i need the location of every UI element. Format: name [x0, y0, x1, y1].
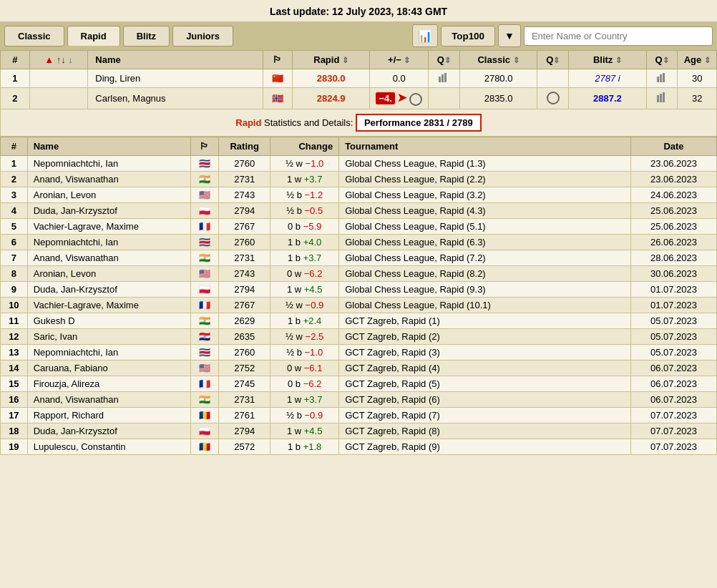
detail-change: −1.0 — [306, 158, 324, 169]
detail-date: 07.07.2023 — [630, 438, 716, 454]
perf-stats-text: Statistics and Details: — [264, 117, 356, 128]
blitz-2: 2887.2 — [569, 88, 647, 109]
filter-icon: ▼ — [504, 30, 514, 41]
detail-rating: 2760 — [219, 344, 270, 360]
svg-rect-0 — [439, 77, 441, 82]
detail-flag: 🇺🇸 — [190, 187, 219, 202]
detail-num: 1 — [1, 155, 28, 171]
detail-date: 01.07.2023 — [630, 281, 716, 297]
detail-date: 01.07.2023 — [630, 297, 716, 313]
detail-tournament: Global Chess League, Rapid (7.2) — [339, 250, 631, 265]
header: Last update: 12 July 2023, 18:43 GMT Cla… — [0, 0, 717, 50]
chart-icon-button[interactable]: 📊 — [412, 24, 438, 47]
details-table: # Name 🏳 Rating Change Tournament Date 1… — [0, 137, 717, 455]
detail-num: 15 — [1, 376, 28, 391]
detail-num: 14 — [1, 360, 28, 376]
detail-tournament: GCT Zagreb, Rapid (3) — [339, 344, 631, 360]
detail-result: 0 w −6.2 — [270, 265, 339, 281]
detail-flag: 🇭🇷 — [190, 328, 219, 344]
svg-rect-1 — [442, 74, 444, 82]
detail-result: 0 b −6.2 — [270, 376, 339, 391]
detail-flag: 🇮🇳 — [190, 171, 219, 187]
detail-name: Anand, Viswanathan — [27, 171, 190, 187]
detail-change: −6.2 — [303, 378, 322, 389]
ranking-row-2: 2 Carlsen, Magnus 🇳🇴 2824.9 −4. ➤ 2835.0… — [1, 88, 717, 109]
blitz-1: 2787 i — [569, 69, 647, 88]
svg-rect-5 — [663, 73, 665, 82]
detail-rating: 2794 — [219, 202, 270, 218]
detail-flag: 🇵🇱 — [190, 423, 219, 438]
detail-name: Caruana, Fabiano — [27, 360, 190, 376]
search-input[interactable] — [524, 26, 713, 46]
detail-tournament: GCT Zagreb, Rapid (5) — [339, 376, 631, 391]
detail-flag: 🇨🇷 — [190, 234, 219, 250]
filter-button[interactable]: ▼ — [498, 24, 521, 47]
svg-rect-4 — [660, 74, 662, 82]
detail-rating: 2760 — [219, 234, 270, 250]
detail-change: −1.0 — [304, 347, 323, 358]
detail-result: 1 b +1.8 — [270, 438, 339, 454]
detail-num: 9 — [1, 281, 28, 297]
detail-result: 1 b +4.0 — [270, 234, 339, 250]
detail-num: 18 — [1, 423, 28, 438]
detail-tournament: Global Chess League, Rapid (2.2) — [339, 171, 631, 187]
chart-mini-blitz-2[interactable] — [657, 92, 667, 102]
detail-date: 23.06.2023 — [630, 155, 716, 171]
detail-row: 3 Aronian, Levon 🇺🇸 2743 ½ b −1.2 Global… — [1, 187, 717, 202]
detail-change: +4.5 — [304, 284, 323, 295]
detail-change: −0.9 — [304, 410, 323, 421]
detail-row: 2 Anand, Viswanathan 🇮🇳 2731 1 w +3.7 Gl… — [1, 171, 717, 187]
detail-name: Rapport, Richard — [27, 407, 190, 423]
detail-name: Aronian, Levon — [27, 265, 190, 281]
detail-result: ½ b −0.5 — [270, 202, 339, 218]
detail-date: 23.06.2023 — [630, 171, 716, 187]
detail-row: 14 Caruana, Fabiano 🇺🇸 2752 0 w −6.1 GCT… — [1, 360, 717, 376]
detail-row: 11 Gukesh D 🇮🇳 2629 1 b +2.4 GCT Zagreb,… — [1, 313, 717, 328]
detail-change: −5.9 — [303, 221, 322, 232]
tab-rapid[interactable]: Rapid — [67, 26, 120, 46]
detail-num: 17 — [1, 407, 28, 423]
detail-date: 28.06.2023 — [630, 250, 716, 265]
tab-juniors[interactable]: Juniors — [172, 26, 233, 46]
detail-rating: 2761 — [219, 407, 270, 423]
detail-rating: 2629 — [219, 313, 270, 328]
detail-rating: 2752 — [219, 360, 270, 376]
detail-result: 1 w +4.5 — [270, 281, 339, 297]
detail-row: 18 Duda, Jan-Krzysztof 🇵🇱 2794 1 w +4.5 … — [1, 423, 717, 438]
detail-num: 2 — [1, 171, 28, 187]
detail-rating: 2731 — [219, 171, 270, 187]
flag-2: 🇳🇴 — [263, 88, 292, 109]
detail-num: 8 — [1, 265, 28, 281]
detail-tournament: Global Chess League, Rapid (6.3) — [339, 234, 631, 250]
detail-flag: 🇮🇳 — [190, 250, 219, 265]
detail-date: 05.07.2023 — [630, 328, 716, 344]
detail-row: 5 Vachier-Lagrave, Maxime 🇫🇷 2767 0 b −5… — [1, 218, 717, 234]
detail-row: 8 Aronian, Levon 🇺🇸 2743 0 w −6.2 Global… — [1, 265, 717, 281]
detail-flag: 🇵🇱 — [190, 202, 219, 218]
perf-label: Rapid — [235, 117, 261, 128]
chart-mini-blitz-1[interactable] — [657, 72, 667, 82]
detail-name: Duda, Jan-Krzysztof — [27, 423, 190, 438]
chart-mini-1[interactable] — [439, 72, 449, 82]
detail-result: 1 w +4.5 — [270, 423, 339, 438]
detail-row: 19 Lupulescu, Constantin 🇷🇴 2572 1 b +1.… — [1, 438, 717, 454]
detail-name: Duda, Jan-Krzysztof — [27, 202, 190, 218]
detail-tournament: GCT Zagreb, Rapid (8) — [339, 423, 631, 438]
detail-row: 1 Nepomniachtchi, Ian 🇨🇷 2760 ½ w −1.0 G… — [1, 155, 717, 171]
detail-result: 1 b +3.7 — [270, 250, 339, 265]
detail-date: 24.06.2023 — [630, 187, 716, 202]
top100-button[interactable]: Top100 — [441, 26, 495, 46]
last-update-text: Last update: 12 July 2023, 18:43 GMT — [270, 6, 447, 17]
detail-num: 16 — [1, 391, 28, 407]
tab-classic[interactable]: Classic — [4, 26, 64, 46]
tab-blitz[interactable]: Blitz — [123, 26, 170, 46]
flag-1: 🇨🇳 — [263, 69, 292, 88]
detail-row: 9 Duda, Jan-Krzysztof 🇵🇱 2794 1 w +4.5 G… — [1, 281, 717, 297]
detail-result: ½ b −0.9 — [270, 407, 339, 423]
perf-value: Performance 2831 / 2789 — [356, 114, 482, 132]
detail-result: 1 b +2.4 — [270, 313, 339, 328]
detail-num: 13 — [1, 344, 28, 360]
detail-change: −0.9 — [306, 300, 324, 310]
ranking-row-1: 1 Ding, Liren 🇨🇳 2830.0 0.0 2780.0 2787 … — [1, 69, 717, 88]
detail-row: 17 Rapport, Richard 🇷🇴 2761 ½ b −0.9 GCT… — [1, 407, 717, 423]
